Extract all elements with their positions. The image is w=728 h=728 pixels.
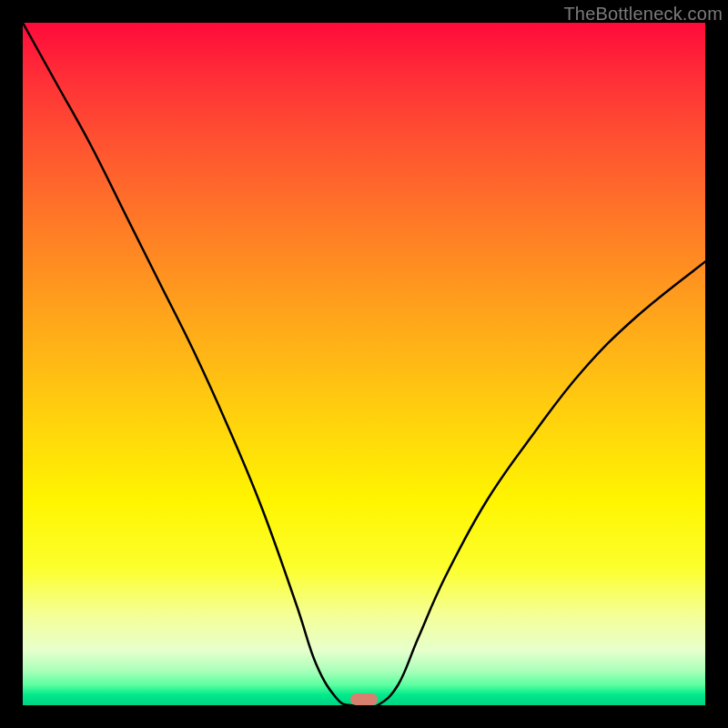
chart-container: TheBottleneck.com	[0, 0, 728, 728]
plot-area	[23, 23, 705, 705]
curve-svg	[23, 23, 705, 705]
notch-marker	[350, 693, 378, 705]
bottleneck-curve	[23, 23, 705, 705]
watermark-text: TheBottleneck.com	[563, 4, 723, 25]
